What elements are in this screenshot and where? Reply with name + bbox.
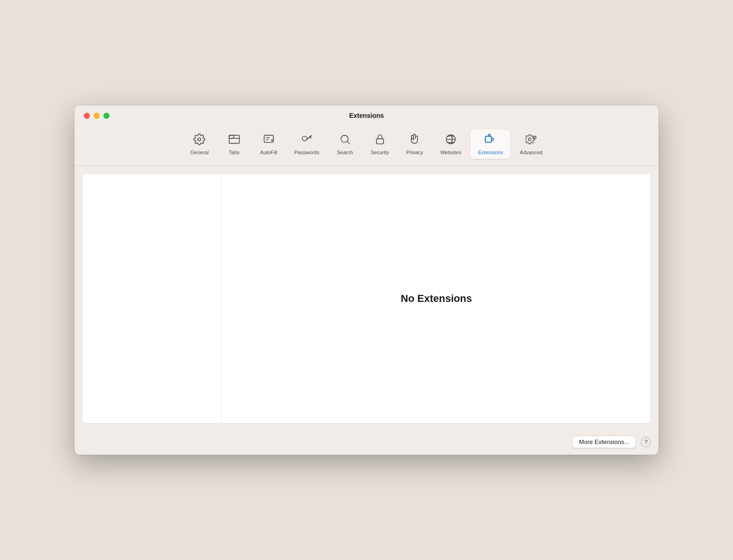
tab-search-label: Search bbox=[337, 150, 353, 155]
tab-general-label: General bbox=[190, 150, 209, 155]
svg-point-10 bbox=[341, 135, 348, 142]
key-icon bbox=[301, 133, 313, 147]
advanced-gear-icon bbox=[525, 133, 537, 147]
svg-point-15 bbox=[528, 138, 531, 141]
tab-passwords[interactable]: Passwords bbox=[287, 130, 327, 159]
tab-passwords-label: Passwords bbox=[294, 150, 319, 155]
gear-icon bbox=[193, 133, 205, 147]
maximize-button[interactable] bbox=[103, 113, 109, 119]
window-controls bbox=[84, 113, 109, 119]
minimize-button[interactable] bbox=[94, 113, 100, 119]
tab-tabs-label: Tabs bbox=[229, 150, 239, 155]
tab-security[interactable]: Security bbox=[363, 130, 397, 159]
tab-search[interactable]: Search bbox=[329, 130, 361, 159]
tabs-icon bbox=[228, 133, 240, 147]
extensions-icon bbox=[484, 133, 496, 147]
tab-autofill[interactable]: AutoFill bbox=[252, 130, 285, 159]
tab-general[interactable]: General bbox=[183, 130, 216, 159]
globe-icon bbox=[445, 133, 457, 147]
svg-line-8 bbox=[309, 137, 310, 138]
main-window: Extensions General Tabs bbox=[75, 105, 658, 455]
split-pane: No Extensions bbox=[82, 173, 651, 423]
hand-icon bbox=[408, 133, 421, 147]
svg-rect-14 bbox=[486, 137, 492, 143]
tab-advanced-label: Advanced bbox=[520, 150, 543, 155]
tab-extensions-label: Extensions bbox=[478, 150, 503, 155]
svg-rect-4 bbox=[264, 135, 273, 142]
search-icon bbox=[339, 133, 351, 147]
svg-rect-1 bbox=[229, 135, 234, 138]
window-title: Extensions bbox=[349, 112, 384, 119]
svg-rect-12 bbox=[376, 139, 383, 144]
autofill-icon bbox=[263, 133, 275, 147]
tab-tabs[interactable]: Tabs bbox=[218, 130, 251, 159]
tab-privacy[interactable]: Privacy bbox=[398, 130, 431, 159]
content-area: No Extensions bbox=[75, 166, 658, 431]
no-extensions-label: No Extensions bbox=[401, 293, 472, 305]
svg-point-16 bbox=[534, 137, 536, 139]
extensions-list-pane bbox=[82, 174, 222, 423]
more-extensions-button[interactable]: More Extensions... bbox=[572, 436, 636, 448]
svg-line-9 bbox=[310, 137, 311, 137]
title-bar: Extensions bbox=[75, 105, 658, 126]
lock-icon bbox=[374, 133, 386, 147]
extensions-detail-pane: No Extensions bbox=[222, 174, 651, 423]
tab-websites[interactable]: Websites bbox=[433, 130, 468, 159]
tab-websites-label: Websites bbox=[440, 150, 461, 155]
tab-autofill-label: AutoFill bbox=[260, 150, 278, 155]
help-button[interactable]: ? bbox=[641, 437, 651, 447]
toolbar: General Tabs Au bbox=[75, 126, 658, 165]
tab-security-label: Security bbox=[371, 150, 389, 155]
svg-rect-2 bbox=[229, 135, 239, 143]
close-button[interactable] bbox=[84, 113, 90, 119]
tab-extensions[interactable]: Extensions bbox=[470, 130, 510, 159]
svg-line-11 bbox=[347, 142, 350, 144]
tab-privacy-label: Privacy bbox=[406, 150, 423, 155]
tab-advanced[interactable]: Advanced bbox=[512, 130, 550, 159]
svg-point-0 bbox=[198, 138, 201, 141]
footer: More Extensions... ? bbox=[75, 431, 658, 455]
